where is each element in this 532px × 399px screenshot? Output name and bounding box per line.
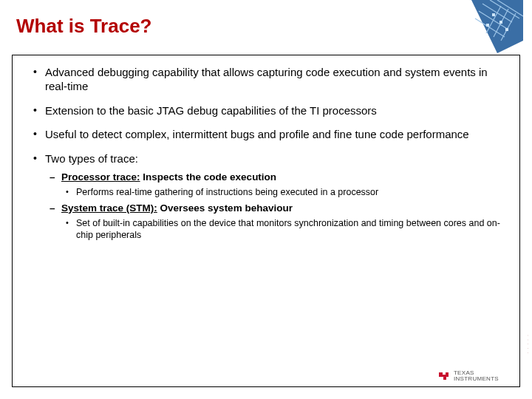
sub-rest: Inspects the code execution xyxy=(140,171,277,183)
svg-rect-12 xyxy=(505,28,508,31)
sub-item: System trace (STM): Oversees system beha… xyxy=(45,202,506,242)
bullet-item: Advanced debugging capability that allow… xyxy=(26,66,506,94)
sub-item: Processor trace: Inspects the code execu… xyxy=(45,171,506,199)
content-frame: Advanced debugging capability that allow… xyxy=(12,55,520,387)
ti-logo: Texas Instruments xyxy=(437,370,499,382)
sub-label: System trace (STM): xyxy=(61,202,157,214)
svg-rect-9 xyxy=(492,13,495,16)
bullet-list: Advanced debugging capability that allow… xyxy=(26,66,506,242)
detail-item: Set of built-in capabilities on the devi… xyxy=(61,217,506,242)
side-mark: · · · · · xyxy=(525,335,531,355)
svg-rect-10 xyxy=(499,21,502,24)
bullet-item: Two types of trace: Processor trace: Ins… xyxy=(26,152,506,242)
slide-title: What is Trace? xyxy=(16,15,152,38)
detail-item: Performs real-time gathering of instruct… xyxy=(61,186,506,198)
bullet-item: Useful to detect complex, intermittent b… xyxy=(26,128,506,142)
svg-rect-11 xyxy=(486,24,489,27)
bullet-item: Extension to the basic JTAG debug capabi… xyxy=(26,104,506,118)
svg-marker-0 xyxy=(471,0,523,53)
sub-label: Processor trace: xyxy=(61,171,140,183)
chip-graphic xyxy=(457,0,523,53)
bullet-text: Two types of trace: xyxy=(45,152,138,165)
ti-logo-text: Texas Instruments xyxy=(454,370,499,382)
ti-chip-icon xyxy=(437,370,451,382)
sub-rest: Oversees system behaviour xyxy=(157,202,293,214)
